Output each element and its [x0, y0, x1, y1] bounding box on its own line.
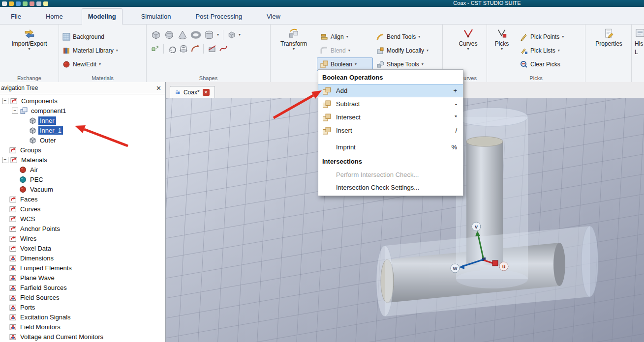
- redo-icon[interactable]: [30, 1, 34, 6]
- bend-tools-icon: [376, 33, 384, 41]
- tree-item-wcs[interactable]: WCS: [0, 214, 165, 224]
- sphere-icon[interactable]: [164, 29, 175, 40]
- expander-icon[interactable]: −: [2, 98, 8, 104]
- open-icon[interactable]: [9, 1, 14, 6]
- tab-post-processing[interactable]: Post-Processing: [189, 9, 248, 24]
- transform-button[interactable]: Transform ▾: [271, 25, 317, 51]
- dropdown-caret-icon: ▾: [422, 62, 424, 66]
- blend-button: Blend▾: [317, 44, 373, 57]
- tree-item-anchor-points[interactable]: Anchor Points: [0, 224, 165, 233]
- tree-item-plane-wave[interactable]: Plane Wave: [0, 273, 165, 283]
- more-shapes-icon[interactable]: [227, 30, 236, 39]
- tab-modeling[interactable]: Modeling: [82, 8, 123, 25]
- extrude-icon[interactable]: [151, 44, 159, 53]
- document-tab-coax[interactable]: ≋ Coax* ✕: [170, 86, 215, 98]
- pick-lists-button[interactable]: Pick Lists▾: [517, 44, 567, 57]
- background-button[interactable]: Background: [59, 30, 146, 43]
- settings-icon[interactable]: [36, 1, 41, 6]
- component-icon: [20, 107, 28, 114]
- bend-tools-button[interactable]: Bend Tools▾: [373, 30, 442, 43]
- tree-item-inner-1[interactable]: Inner_1: [0, 125, 165, 135]
- menu-item-insert[interactable]: Insert/: [318, 124, 463, 137]
- tab-view[interactable]: View: [261, 9, 286, 24]
- solid-icon: [29, 127, 36, 134]
- cube-icon[interactable]: [151, 29, 161, 40]
- tree-item-pec[interactable]: PEC: [0, 174, 165, 184]
- tree-item-farfield-sources[interactable]: Farfield Sources: [0, 283, 165, 292]
- tree-item-excitation-signals[interactable]: Excitation Signals: [0, 312, 165, 322]
- pick-points-button[interactable]: Pick Points▾: [517, 30, 567, 43]
- print-icon[interactable]: [16, 1, 21, 6]
- folder-red-icon: [9, 294, 17, 301]
- menu-item-subtract[interactable]: Subtract-: [318, 97, 463, 111]
- tree-item-lumped-elements[interactable]: Lumped Elements: [0, 263, 165, 273]
- tree-item-voxel-data[interactable]: Voxel Data: [0, 243, 165, 253]
- dropdown-caret-icon: ▾: [348, 49, 350, 53]
- folder-red-icon: [9, 314, 17, 321]
- tree-item-ports[interactable]: Ports: [0, 302, 165, 312]
- tree-item-component1[interactable]: −component1: [0, 106, 165, 115]
- boolean-insert-icon: [322, 126, 331, 135]
- boolean-button[interactable]: Boolean▾: [317, 57, 373, 71]
- undo-icon[interactable]: [23, 1, 28, 6]
- curves-button[interactable]: Curves ▾: [450, 25, 487, 51]
- tree-item-air[interactable]: Air: [0, 165, 165, 174]
- ribbon-group-transform: Transform ▾: [271, 25, 317, 82]
- loft-icon[interactable]: [179, 44, 188, 53]
- tree-item-outer[interactable]: Outer: [0, 135, 165, 145]
- expander-icon[interactable]: −: [12, 108, 18, 114]
- tree-item-wires[interactable]: Wires: [0, 233, 165, 243]
- expander-icon[interactable]: −: [2, 157, 8, 163]
- menu-item-intersect[interactable]: Intersect*: [318, 111, 463, 124]
- tab-file[interactable]: File: [5, 9, 27, 24]
- cone-icon[interactable]: [177, 29, 188, 40]
- menu-item-intersection-check-settings[interactable]: Intersection Check Settings...: [318, 181, 463, 194]
- tree-item-components[interactable]: −Components: [0, 96, 165, 106]
- cylinder-icon[interactable]: [204, 29, 215, 40]
- dropdown-caret-icon[interactable]: ▾: [217, 33, 219, 37]
- picks-button[interactable]: Picks ▾: [487, 25, 517, 82]
- help-icon[interactable]: [43, 1, 48, 6]
- close-icon[interactable]: ✕: [156, 85, 161, 92]
- tree-item-dimensions[interactable]: Dimensions: [0, 253, 165, 263]
- menu-item-add[interactable]: Add+: [318, 84, 463, 97]
- menu-tab-bar: FileHomeModelingSimulationPost-Processin…: [0, 7, 644, 25]
- axis-label-v: v: [475, 224, 478, 229]
- menu-item-imprint[interactable]: Imprint%: [318, 141, 463, 154]
- dropdown-caret-icon[interactable]: ▾: [239, 33, 241, 37]
- solid-icon: [29, 117, 36, 124]
- tree-item-faces[interactable]: Faces: [0, 194, 165, 204]
- tree-item-vacuum[interactable]: Vacuum: [0, 184, 165, 194]
- new-edit-button[interactable]: New/Edit▾: [59, 57, 146, 71]
- boolean-imprint-icon: [322, 143, 331, 152]
- rotate-icon[interactable]: [168, 44, 177, 53]
- tree-item-curves[interactable]: Curves: [0, 204, 165, 214]
- history-button[interactable]: His L: [633, 25, 644, 56]
- separator: [223, 30, 223, 40]
- material-library-button[interactable]: Material Library▾: [59, 44, 146, 57]
- tree-item-materials[interactable]: −Materials: [0, 155, 165, 165]
- save-icon[interactable]: [2, 1, 7, 6]
- properties-button[interactable]: Properties: [586, 25, 631, 47]
- tree-item-inner[interactable]: Inner: [0, 115, 165, 125]
- tab-home[interactable]: Home: [40, 9, 69, 24]
- slice-icon[interactable]: [208, 44, 216, 53]
- shape-tools-icon: [376, 60, 384, 68]
- shape-tools-button[interactable]: Shape Tools▾: [373, 57, 442, 71]
- tree-item-field-sources[interactable]: Field Sources: [0, 292, 165, 302]
- torus-icon[interactable]: [190, 29, 201, 40]
- sphere-red-icon: [19, 186, 27, 193]
- modify-locally-button[interactable]: Modify Locally▾: [373, 44, 442, 57]
- tree-item-field-monitors[interactable]: Field Monitors: [0, 322, 165, 332]
- curve-icon[interactable]: [219, 44, 228, 53]
- import-export-button[interactable]: Import/Export ▾: [0, 25, 59, 51]
- window-title: Coax - CST STUDIO SUITE: [453, 0, 521, 6]
- align-button[interactable]: Align▾: [317, 30, 373, 43]
- tab-simulation[interactable]: Simulation: [135, 9, 177, 24]
- tree-item-voltage-and-current-monitors[interactable]: Voltage and Current Monitors: [0, 332, 165, 342]
- sweep-icon[interactable]: [190, 44, 199, 53]
- clear-picks-button[interactable]: Clear Picks: [517, 57, 567, 71]
- tree-item-groups[interactable]: Groups: [0, 145, 165, 155]
- tab-close-icon[interactable]: ✕: [203, 89, 210, 96]
- shortcut-label: %: [451, 143, 457, 151]
